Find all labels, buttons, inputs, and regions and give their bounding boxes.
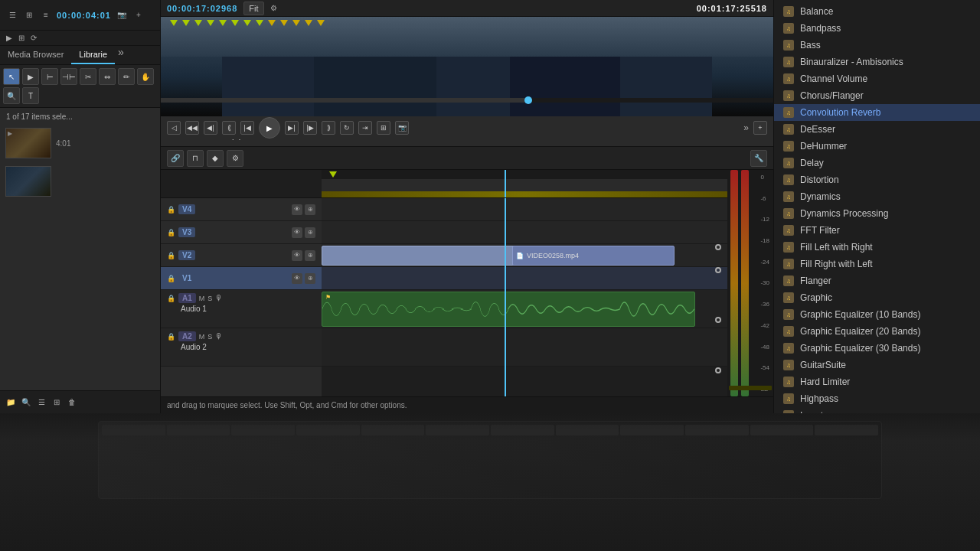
media-item-2[interactable] [3,164,157,199]
a2-solo-btn[interactable]: S [207,333,212,341]
folder-icon[interactable]: 📁 [5,396,17,409]
effect-item-14[interactable]: ♫Fill Left with Right [774,239,980,256]
add-marker-btn[interactable]: + [753,121,767,135]
pen-tool[interactable]: ✏ [118,68,135,85]
effect-item-20[interactable]: ♫Graphic Equalizer (30 Bands) [774,340,980,357]
effect-item-15[interactable]: ♫Fill Right with Left [774,256,980,272]
v2-fx-btn[interactable]: ⊕ [305,250,315,261]
effect-item-17[interactable]: ♫Graphic [774,289,980,306]
selection-tool[interactable]: ↖ [3,68,20,85]
a1-menu-btn[interactable]: M [199,295,205,302]
v2-eye-btn[interactable]: 👁 [292,250,302,261]
lock-icon-v4[interactable]: 🔒 [167,206,175,214]
effect-item-3[interactable]: ♫Binauralizer - Ambisonics [774,54,980,70]
tl-snap-btn[interactable]: ⊓ [187,150,204,167]
v2-clip[interactable] [322,246,516,266]
a2-mic-icon[interactable]: 🎙 [215,332,223,341]
v1-fx-btn[interactable]: ⊕ [305,273,315,284]
effect-item-24[interactable]: ♫Invert [774,407,980,413]
tl-wrench-btn[interactable]: 🔧 [750,150,767,167]
tl-add-marker-btn[interactable]: ◆ [207,150,224,167]
tl-link-btn[interactable]: 🔗 [167,150,184,167]
scrub-handle[interactable] [524,96,532,104]
effect-item-21[interactable]: ♫GuitarSuite [774,357,980,373]
type-tool[interactable]: T [22,87,39,104]
step-back-btn[interactable]: ◀◀ [185,121,199,135]
list-view-icon[interactable]: ☰ [35,396,47,409]
play-btn[interactable]: ▶ [259,117,280,139]
v1-eye-btn[interactable]: 👁 [292,273,302,284]
a1-solo-btn[interactable]: S [207,295,212,302]
camera-capture-btn[interactable]: 📷 [395,121,409,135]
effect-item-10[interactable]: ♫Distortion [774,171,980,188]
item-count: 1 of 17 items sele... [3,111,157,122]
lock-icon-v3[interactable]: 🔒 [167,229,175,236]
effect-item-16[interactable]: ♫Flanger [774,272,980,289]
slip-tool[interactable]: ⇔ [99,68,116,85]
effect-item-18[interactable]: ♫Graphic Equalizer (10 Bands) [774,306,980,323]
tl-settings-btn[interactable]: ⚙ [227,150,243,167]
v4-eye-btn[interactable]: 👁 [292,204,302,215]
fast-forward-btn[interactable]: ⟫ [322,121,335,135]
v3-eye-btn[interactable]: 👁 [292,227,302,238]
effect-item-9[interactable]: ♫Delay [774,155,980,171]
effect-item-12[interactable]: ♫Dynamics Processing [774,205,980,222]
rolling-tool[interactable]: ⊣⊢ [60,68,77,85]
nav-expand-icon[interactable]: » [118,46,124,64]
effect-item-2[interactable]: ♫Bass [774,37,980,54]
monitor-menu-icon[interactable]: » [743,122,749,133]
a2-menu-btn[interactable]: M [199,333,205,341]
sort-icon[interactable]: ⊞ [51,396,63,409]
overwrite-btn[interactable]: ⊞ [377,121,390,135]
v2-clip-2[interactable]: 📄 VIDEO0258.mp4 [512,246,675,266]
camera-icon[interactable]: 📷 [116,9,128,21]
add-icon[interactable]: + [132,9,145,21]
effect-item-11[interactable]: ♫Dynamics [774,188,980,205]
search-icon[interactable]: 🔍 [20,396,32,409]
delete-icon[interactable]: 🗑 [66,396,78,409]
razor-tool[interactable]: ✂ [80,68,96,85]
menu-icon[interactable]: ☰ [6,9,18,21]
effect-item-0[interactable]: ♫Balance [774,3,980,20]
next-frame-btn[interactable]: |▶ [303,121,317,135]
effect-item-13[interactable]: ♫FFT Filter [774,222,980,239]
a1-mic-icon[interactable]: 🎙 [215,294,223,302]
hand-tool[interactable]: ✋ [137,68,154,85]
effect-item-7[interactable]: ♫DeEsser [774,121,980,138]
insert-btn[interactable]: ⇥ [358,121,372,135]
loop-btn[interactable]: ↻ [340,121,354,135]
effect-item-6[interactable]: ♫Convolution Reverb [774,104,980,121]
monitor-settings-icon[interactable]: ⚙ [270,4,277,12]
effect-item-4[interactable]: ♫Channel Volume [774,70,980,87]
effect-item-23[interactable]: ♫Highpass [774,390,980,407]
scrub-bar[interactable] [161,98,773,103]
rewind-btn[interactable]: ⟪ [222,121,236,135]
media-browser-tab[interactable]: Media Browser [0,46,71,64]
effect-item-1[interactable]: ♫Bandpass [774,20,980,37]
ripple-tool[interactable]: ⊢ [41,68,58,85]
go-to-in-btn[interactable]: |◀ [240,121,254,135]
grid-icon[interactable]: ⊞ [23,9,35,21]
effect-item-8[interactable]: ♫DeHummer [774,138,980,155]
effect-item-5[interactable]: ♫Chorus/Flanger [774,87,980,104]
track-select-tool[interactable]: ▶ [22,68,39,85]
v4-fx-btn[interactable]: ⊕ [305,204,315,215]
effect-label-4: Channel Volume [800,73,867,84]
lock-icon-v2[interactable]: 🔒 [167,252,175,259]
fit-dropdown[interactable]: Fit [243,2,263,15]
lock-icon-v1[interactable]: 🔒 [167,275,175,282]
prev-frame-btn[interactable]: ◀| [204,121,217,135]
lock-icon-a1[interactable]: 🔒 [167,295,175,302]
v3-fx-btn[interactable]: ⊕ [305,227,315,238]
effect-item-22[interactable]: ♫Hard Limiter [774,373,980,390]
list-icon[interactable]: ≡ [40,9,52,21]
lock-icon-a2[interactable]: 🔒 [167,333,175,341]
effect-icon-7: ♫ [783,124,794,135]
a1-clip[interactable]: ⚑ [322,292,695,327]
media-item-1[interactable]: ▶ 4:01 [3,126,157,161]
zoom-tool[interactable]: 🔍 [3,87,20,104]
effect-item-19[interactable]: ♫Graphic Equalizer (20 Bands) [774,323,980,340]
go-to-out-btn[interactable]: ▶| [285,121,299,135]
marker-in-btn[interactable]: ◁ [167,121,181,135]
libraries-tab[interactable]: Librarie [71,46,115,64]
